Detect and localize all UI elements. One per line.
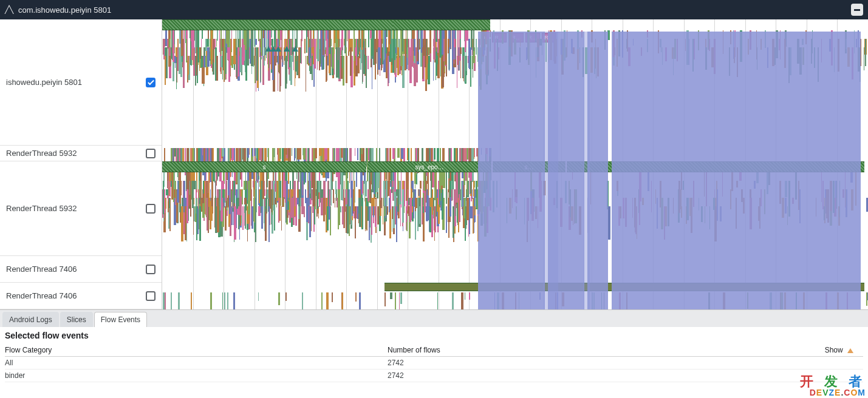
trace-slice[interactable]: [171, 181, 172, 187]
trace-slice[interactable]: [341, 148, 343, 158]
trace-slice[interactable]: [866, 292, 867, 306]
trace-slice[interactable]: [437, 56, 438, 64]
trace-slice[interactable]: [439, 189, 440, 205]
trace-slice[interactable]: [474, 181, 475, 187]
trace-slice[interactable]: [201, 56, 203, 67]
trace-slice[interactable]: [291, 198, 293, 218]
trace-slice[interactable]: [230, 189, 231, 198]
track-row-rt-5932a[interactable]: RenderThread 5932: [0, 146, 162, 161]
trace-slice[interactable]: [420, 181, 422, 189]
trace-slice[interactable]: [195, 30, 196, 53]
trace-slice[interactable]: [366, 206, 367, 231]
trace-slice[interactable]: [224, 292, 225, 309]
trace-slice[interactable]: [460, 47, 462, 54]
trace-slice[interactable]: [473, 181, 474, 197]
slice-slab[interactable]: s: [162, 161, 366, 172]
trace-slice[interactable]: [454, 30, 455, 64]
trace-slice[interactable]: [463, 198, 465, 218]
tab-flow-events[interactable]: Flow Events: [94, 312, 147, 327]
trace-slice[interactable]: [394, 30, 395, 60]
trace-slice[interactable]: [367, 189, 369, 201]
trace-slice[interactable]: [227, 292, 228, 309]
trace-slice[interactable]: [470, 56, 471, 87]
trace-slice[interactable]: [365, 39, 366, 48]
trace-slice[interactable]: [324, 148, 326, 162]
trace-slice[interactable]: [199, 198, 200, 204]
trace-slice[interactable]: [443, 172, 445, 188]
trace-slice[interactable]: [436, 198, 437, 217]
trace-slice[interactable]: [366, 56, 367, 88]
trace-slice[interactable]: [442, 30, 443, 55]
trace-slice[interactable]: [361, 30, 363, 50]
trace-slice[interactable]: [367, 56, 368, 69]
trace-slice[interactable]: [190, 181, 191, 195]
trace-slice[interactable]: [368, 148, 369, 160]
slice-slab[interactable]: sys_epo…: [367, 161, 491, 172]
trace-slice[interactable]: [186, 189, 188, 223]
trace-slice[interactable]: [396, 206, 398, 242]
trace-slice[interactable]: [408, 39, 409, 70]
trace-slice[interactable]: [368, 30, 369, 47]
trace-slice[interactable]: [473, 47, 474, 78]
trace-slice[interactable]: [301, 39, 301, 46]
trace-slice[interactable]: [392, 206, 393, 219]
trace-slice[interactable]: [381, 39, 382, 70]
trace-slice[interactable]: [220, 56, 222, 67]
trace-slice[interactable]: [198, 148, 200, 163]
trace-slice[interactable]: [197, 206, 199, 234]
trace-slice[interactable]: [296, 30, 297, 48]
trace-slice[interactable]: [231, 148, 234, 160]
col-header-number[interactable]: Number of flows: [388, 346, 764, 354]
trace-slice[interactable]: [312, 56, 313, 75]
trace-slice[interactable]: [427, 39, 428, 56]
trace-slice[interactable]: [272, 47, 274, 80]
track-checkbox[interactable]: [146, 291, 155, 301]
trace-slice[interactable]: [309, 206, 311, 237]
trace-slice[interactable]: [214, 198, 216, 228]
trace-slice[interactable]: [179, 30, 180, 44]
trace-slice[interactable]: [169, 198, 170, 208]
trace-slice[interactable]: [164, 189, 165, 213]
trace-slice[interactable]: [304, 39, 306, 53]
trace-slice[interactable]: [213, 39, 214, 62]
trace-slice[interactable]: [360, 47, 361, 70]
trace-slice[interactable]: [244, 206, 245, 213]
trace-slice[interactable]: [341, 39, 342, 55]
trace-slice[interactable]: [180, 148, 182, 163]
trace-slice[interactable]: [445, 30, 446, 65]
trace-slice[interactable]: [213, 198, 213, 214]
trace-slice[interactable]: [415, 198, 417, 208]
trace-slice[interactable]: [354, 181, 355, 211]
trace-slice[interactable]: [240, 47, 242, 72]
trace-slice[interactable]: [456, 172, 457, 203]
trace-slice[interactable]: [220, 30, 222, 55]
trace-slice[interactable]: [466, 198, 468, 220]
trace-slice[interactable]: [402, 30, 403, 52]
trace-slice[interactable]: [358, 56, 360, 73]
trace-slice[interactable]: [473, 30, 475, 51]
trace-slice[interactable]: [865, 39, 866, 66]
trace-slice[interactable]: [414, 56, 415, 63]
trace-slice[interactable]: [332, 292, 333, 302]
trace-slice[interactable]: [415, 206, 416, 240]
trace-slice[interactable]: [309, 172, 310, 206]
track-checkbox[interactable]: [146, 265, 155, 274]
trace-slice[interactable]: [298, 189, 299, 198]
trace-slice[interactable]: [238, 47, 239, 76]
trace-slice[interactable]: [459, 189, 460, 222]
trace-slice[interactable]: [423, 172, 425, 191]
trace-slice[interactable]: [310, 39, 311, 58]
trace-slice[interactable]: [193, 172, 195, 181]
trace-slice[interactable]: [275, 172, 275, 184]
timeline-canvas[interactable]: R… R… R… R… s sys_epo… s…: [162, 19, 868, 309]
trace-slice[interactable]: [222, 148, 224, 157]
trace-slice[interactable]: [392, 39, 394, 73]
trace-slice[interactable]: [350, 198, 352, 225]
trace-slice[interactable]: [299, 148, 301, 160]
trace-slice[interactable]: [437, 39, 439, 53]
trace-slice[interactable]: [461, 292, 463, 309]
trace-slice[interactable]: [301, 198, 304, 214]
trace-slice[interactable]: [428, 172, 429, 195]
trace-slice[interactable]: [411, 198, 412, 220]
trace-slice[interactable]: [279, 181, 281, 198]
